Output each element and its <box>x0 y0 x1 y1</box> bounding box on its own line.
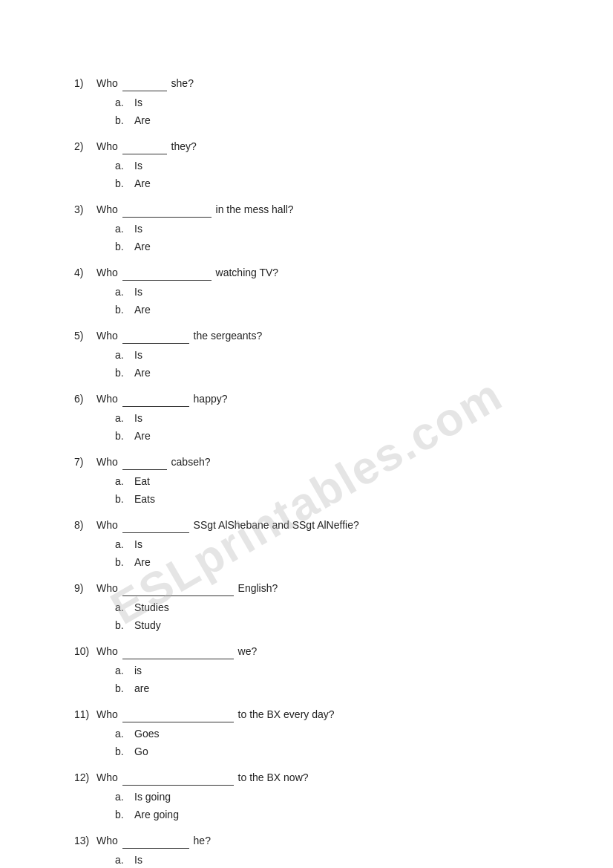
option-item: a.Is <box>115 94 554 112</box>
option-text: Is <box>134 221 142 238</box>
question-text: Who we? <box>96 642 257 659</box>
option-text: Is <box>134 157 142 175</box>
question-blank <box>122 137 167 154</box>
option-item: a.Is <box>115 157 554 175</box>
option-item: b.Are <box>115 238 554 256</box>
question-item: 5)Who the sergeants?a.Isb.Are <box>74 327 554 382</box>
option-letter: a. <box>115 94 130 112</box>
question-row: 11)Who to the BX every day? <box>74 705 554 722</box>
option-letter: a. <box>115 473 130 491</box>
option-letter: a. <box>115 284 130 301</box>
question-blank <box>122 264 212 281</box>
option-item: a.Is <box>115 347 554 365</box>
question-item: 8)Who SSgt AlShebane and SSgt AlNeffie?a… <box>74 516 554 572</box>
options-list: a.Isb.Are <box>115 221 554 256</box>
option-text: Study <box>134 617 161 635</box>
question-row: 13)Who he? <box>74 832 554 849</box>
option-item: b.Study <box>115 617 554 635</box>
option-text: Are <box>134 365 151 382</box>
options-list: a.Isb.Are <box>115 536 554 572</box>
option-letter: a. <box>115 599 130 617</box>
question-blank <box>122 327 189 344</box>
question-item: 13)Who he?a.Isb.Are <box>74 832 554 868</box>
question-number: 13) <box>74 835 96 846</box>
question-text: Who cabseh? <box>96 453 211 470</box>
question-blank <box>122 705 234 722</box>
question-blank <box>122 200 212 218</box>
option-letter: a. <box>115 157 130 175</box>
question-number: 8) <box>74 519 96 531</box>
option-letter: b. <box>115 743 130 761</box>
question-text: Who to the BX now? <box>96 769 309 786</box>
option-text: Are <box>134 175 151 193</box>
question-text: Who watching TV? <box>96 264 278 281</box>
question-blank <box>122 453 167 470</box>
question-blank <box>122 832 189 849</box>
question-item: 6)Who happy?a.Isb.Are <box>74 390 554 446</box>
options-list: a.Isb.Are <box>115 410 554 446</box>
question-item: 3)Who in the mess hall?a.Isb.Are <box>74 200 554 256</box>
question-blank <box>122 579 234 596</box>
option-text: Are going <box>134 806 179 824</box>
question-item: 7)Who cabseh?a.Eatb.Eats <box>74 453 554 509</box>
question-item: 11)Who to the BX every day?a.Goesb.Go <box>74 705 554 761</box>
option-item: b.Are going <box>115 806 554 824</box>
question-number: 2) <box>74 140 96 152</box>
options-list: a.Eatb.Eats <box>115 473 554 509</box>
question-number: 4) <box>74 267 96 278</box>
option-text: Is going <box>134 789 171 806</box>
question-number: 6) <box>74 393 96 405</box>
question-row: 8)Who SSgt AlShebane and SSgt AlNeffie? <box>74 516 554 533</box>
option-letter: b. <box>115 112 130 130</box>
question-item: 2)Who they?a.Isb.Are <box>74 137 554 193</box>
option-letter: a. <box>115 221 130 238</box>
question-number: 7) <box>74 456 96 468</box>
options-list: a.Isb.Are <box>115 347 554 382</box>
option-text: Is <box>134 347 142 365</box>
question-item: 9)Who English?a.Studiesb.Study <box>74 579 554 635</box>
options-list: a.Isb.Are <box>115 852 554 868</box>
question-text: Who she? <box>96 74 194 91</box>
option-item: b.Are <box>115 554 554 572</box>
option-letter: b. <box>115 365 130 382</box>
question-blank <box>122 642 234 659</box>
question-row: 10)Who we? <box>74 642 554 659</box>
option-item: a.Is <box>115 221 554 238</box>
question-text: Who English? <box>96 579 278 596</box>
option-text: Is <box>134 284 142 301</box>
question-row: 9)Who English? <box>74 579 554 596</box>
option-text: Go <box>134 743 148 761</box>
option-text: Eat <box>134 473 150 491</box>
question-number: 11) <box>74 708 96 720</box>
options-list: a.Goesb.Go <box>115 725 554 761</box>
option-item: b.are <box>115 680 554 698</box>
question-text: Who he? <box>96 832 211 849</box>
option-letter: a. <box>115 347 130 365</box>
option-letter: b. <box>115 301 130 319</box>
question-number: 10) <box>74 645 96 657</box>
question-text: Who to the BX every day? <box>96 705 335 722</box>
question-row: 4)Who watching TV? <box>74 264 554 281</box>
option-letter: b. <box>115 680 130 698</box>
question-row: 6)Who happy? <box>74 390 554 407</box>
options-list: a.Isb.Are <box>115 284 554 319</box>
option-text: Are <box>134 301 151 319</box>
option-letter: b. <box>115 806 130 824</box>
question-item: 4)Who watching TV?a.Isb.Are <box>74 264 554 319</box>
options-list: a.Isb.Are <box>115 157 554 193</box>
options-list: a.Isb.Are <box>115 94 554 130</box>
option-text: is <box>134 662 142 680</box>
question-blank <box>122 390 189 407</box>
option-item: b.Go <box>115 743 554 761</box>
question-number: 9) <box>74 582 96 594</box>
question-row: 7)Who cabseh? <box>74 453 554 470</box>
option-item: b.Are <box>115 365 554 382</box>
question-blank <box>122 769 234 786</box>
options-list: a.Is goingb.Are going <box>115 789 554 824</box>
question-blank <box>122 516 189 533</box>
option-item: b.Are <box>115 112 554 130</box>
option-text: Is <box>134 410 142 428</box>
option-item: b.Are <box>115 428 554 446</box>
question-number: 5) <box>74 330 96 342</box>
questions-list: 1)Who she?a.Isb.Are2)Who they?a.Isb.Are3… <box>74 74 554 868</box>
